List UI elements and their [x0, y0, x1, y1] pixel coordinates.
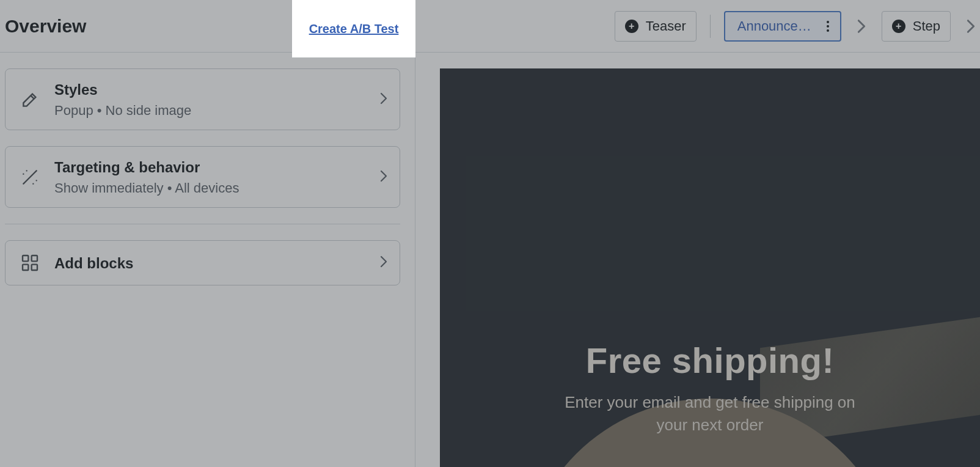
popup-title: Free shipping! [548, 341, 872, 380]
svg-rect-0 [23, 256, 28, 261]
svg-rect-1 [32, 256, 37, 261]
pencil-icon [19, 89, 41, 111]
blocks-icon [19, 252, 41, 274]
plus-circle-icon: + [892, 20, 905, 33]
create-ab-test-link[interactable]: Create A/B Test [309, 22, 399, 36]
next-step-chevron[interactable] [852, 19, 871, 34]
step-label: Step [913, 18, 940, 34]
more-vertical-icon[interactable] [821, 17, 835, 35]
preview-panel: Free shipping! Enter your email and get … [415, 53, 980, 467]
popup-subtitle: Enter your email and get free shipping o… [548, 391, 872, 437]
header-steps: + Teaser Announce… + Step [615, 0, 980, 53]
preview-canvas: Free shipping! Enter your email and get … [440, 68, 980, 467]
next-step-chevron-2[interactable] [962, 19, 980, 34]
svg-rect-3 [32, 265, 37, 270]
chevron-right-icon [380, 92, 387, 108]
targeting-card[interactable]: Targeting & behavior Show immediately • … [5, 146, 400, 208]
step-button[interactable]: + Step [882, 11, 951, 42]
plus-circle-icon: + [625, 20, 638, 33]
styles-card[interactable]: Styles Popup • No side image [5, 68, 400, 130]
styles-title: Styles [54, 80, 367, 99]
ab-test-highlight: Create A/B Test [292, 0, 415, 57]
add-blocks-title: Add blocks [54, 254, 367, 273]
teaser-button[interactable]: + Teaser [615, 11, 697, 42]
targeting-title: Targeting & behavior [54, 158, 367, 177]
popup-content: Free shipping! Enter your email and get … [548, 341, 872, 467]
styles-sub: Popup • No side image [54, 103, 367, 119]
magic-wand-icon [19, 166, 41, 188]
announce-label: Announce… [737, 18, 810, 34]
teaser-label: Teaser [646, 18, 686, 34]
divider [5, 224, 400, 224]
chevron-right-icon [380, 169, 387, 185]
page-title: Overview [5, 16, 86, 37]
chevron-right-icon [380, 255, 387, 271]
header-bar: Overview + Teaser Announce… + Step [0, 0, 980, 53]
targeting-sub: Show immediately • All devices [54, 180, 367, 196]
announce-button[interactable]: Announce… [724, 11, 841, 42]
add-blocks-card[interactable]: Add blocks [5, 240, 400, 285]
divider [710, 15, 711, 38]
sidebar: Styles Popup • No side image Targeting &… [0, 53, 415, 467]
svg-rect-2 [23, 265, 28, 270]
